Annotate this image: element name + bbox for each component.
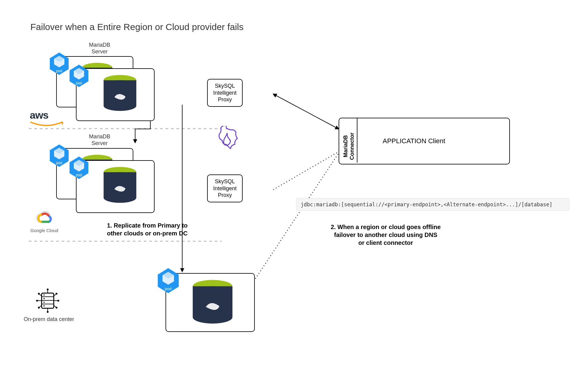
jdbc-connection-string: jdbc:mariadb:[sequential://<primary-endp… xyxy=(296,198,569,211)
svg-point-38 xyxy=(47,311,48,313)
svg-text:pod: pod xyxy=(56,161,62,165)
pod-icon: pod xyxy=(68,156,90,180)
pod-icon: pod xyxy=(49,144,70,168)
svg-point-40 xyxy=(36,300,38,301)
pod-icon: pod xyxy=(156,267,180,294)
firewall-shield-icon xyxy=(214,126,238,153)
svg-line-2 xyxy=(273,94,339,129)
onprem-datacenter-icon xyxy=(34,288,61,316)
svg-point-44 xyxy=(38,293,39,294)
mariadb-connector-label: MariaDB Connector xyxy=(326,133,372,159)
page-title: Failover when a Entire Region or Cloud p… xyxy=(30,22,244,32)
svg-text:pod: pod xyxy=(165,286,172,291)
svg-point-50 xyxy=(56,307,57,308)
svg-point-46 xyxy=(56,293,57,294)
svg-text:pod: pod xyxy=(56,69,62,73)
caption-failover: 2. When a region or cloud goes offline f… xyxy=(307,223,465,247)
svg-point-31 xyxy=(43,294,45,296)
svg-point-52 xyxy=(197,286,227,294)
database-icon xyxy=(102,166,138,209)
svg-point-34 xyxy=(43,305,45,306)
google-cloud-logo: Google Cloud xyxy=(30,211,58,233)
svg-point-18 xyxy=(108,172,132,179)
svg-point-6 xyxy=(108,80,132,87)
mariadb-server-label-gcloud: MariaDB Server xyxy=(78,133,121,147)
svg-point-48 xyxy=(38,307,39,308)
svg-point-42 xyxy=(58,300,59,301)
skysql-proxy-box-lower: SkySQL Intelligent Proxy xyxy=(207,174,243,202)
svg-point-33 xyxy=(43,302,45,303)
application-client-label: APPLICATION Client xyxy=(383,137,445,145)
svg-text:pod: pod xyxy=(76,173,82,177)
database-icon xyxy=(190,279,235,331)
svg-text:pod: pod xyxy=(76,81,82,85)
svg-point-32 xyxy=(43,298,45,299)
skysql-proxy-box-upper: SkySQL Intelligent Proxy xyxy=(207,79,243,107)
mariadb-server-label-aws: MariaDB Server xyxy=(78,42,121,55)
onprem-label: On-prem data center xyxy=(24,316,74,323)
svg-point-36 xyxy=(47,289,48,290)
pod-icon: pod xyxy=(68,64,90,88)
pod-icon: pod xyxy=(49,52,70,76)
database-icon xyxy=(102,74,138,117)
caption-replicate: 1. Replicate from Primary to other cloud… xyxy=(84,221,211,237)
aws-logo: aws xyxy=(30,109,63,129)
